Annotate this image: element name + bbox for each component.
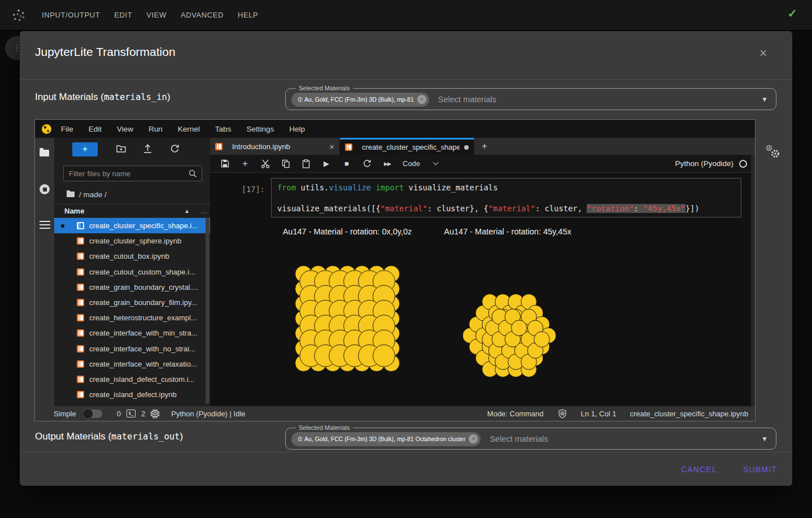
file-row[interactable]: create_island_defect.ipynb <box>54 387 210 402</box>
file-row[interactable]: create_island_defect_custom.i... <box>54 372 210 387</box>
file-row[interactable]: create_cluster_sphere.ipynb <box>54 233 210 249</box>
insert-cell-button[interactable]: + <box>240 159 250 169</box>
submit-button[interactable]: SUBMIT <box>743 465 777 474</box>
tab-active[interactable]: create_cluster_specific_shape.ipynb <box>340 138 474 155</box>
terminals-count[interactable]: 0 <box>117 410 121 418</box>
chevron-down-icon[interactable]: ▼ <box>761 95 768 103</box>
file-name: create_cutout_custom_shape.i... <box>89 268 195 276</box>
code-token: import <box>376 183 404 192</box>
notebook-file-icon <box>77 268 84 276</box>
output-material-chip[interactable]: 0: Au, Gold, FCC (Fm-3m) 3D (Bulk), mp-8… <box>291 432 481 446</box>
cut-cells-button[interactable] <box>260 159 270 169</box>
save-button[interactable] <box>220 159 230 169</box>
jupyter-body: + / made / Name <box>35 138 755 406</box>
status-check-icon: ✓ <box>787 7 797 20</box>
input-materials-label-code: materials_in <box>104 92 167 102</box>
jupyter-menu-kernel[interactable]: Kernel <box>178 125 200 133</box>
copy-cells-button[interactable] <box>281 159 291 169</box>
output-materials-label-code: materials_out <box>111 432 180 442</box>
breadcrumb[interactable]: / made / <box>67 189 107 200</box>
table-of-contents-icon[interactable] <box>40 220 50 231</box>
file-row[interactable]: create_cutout_custom_shape.i... <box>54 264 210 280</box>
trust-shield-icon[interactable] <box>557 408 567 419</box>
file-name: create_cluster_specific_shape.i... <box>89 221 198 230</box>
app-logo-icon[interactable] <box>12 9 25 21</box>
more-options-icon[interactable]: … <box>200 207 208 215</box>
interrupt-kernel-button[interactable]: ■ <box>342 159 352 169</box>
jupyter-menu-view[interactable]: View <box>117 125 133 133</box>
notebook-scrollbar[interactable] <box>751 155 755 406</box>
file-browser-icon[interactable] <box>40 147 50 158</box>
file-row[interactable]: create_cluster_specific_shape.i... <box>54 218 210 233</box>
notebook-file-icon <box>345 143 352 151</box>
chevron-down-icon[interactable]: ▼ <box>761 435 768 443</box>
jupyter-menu-file[interactable]: File <box>61 125 73 133</box>
terminal-icon[interactable]: $_ <box>126 410 136 417</box>
tab-close-icon[interactable]: × <box>329 142 334 151</box>
file-row[interactable]: create_interface_with_no_strai... <box>54 341 210 356</box>
restart-run-all-button[interactable]: ▶▶ <box>382 159 392 169</box>
running-kernels-icon[interactable] <box>40 184 50 195</box>
output-label-right: Au147 - Material - rotation: 45y,45x <box>444 227 571 236</box>
file-filter-input[interactable] <box>64 169 189 178</box>
chip-remove-icon[interactable]: × <box>417 95 426 104</box>
kernel-picker[interactable]: Python (Pyodide) <box>675 159 747 168</box>
file-row[interactable]: create_interface_with_relaxatio... <box>54 356 210 372</box>
dialog-close-icon[interactable]: × <box>759 47 767 60</box>
file-list-scrollbar[interactable] <box>206 218 209 404</box>
output-materials-placeholder[interactable]: Select materials <box>490 434 761 443</box>
file-row[interactable]: create_interface_with_min_stra... <box>54 325 210 341</box>
file-name: create_heterostructure_exampl... <box>89 314 197 322</box>
output-label-left: Au147 - Material - rotation: 0x,0y,0z <box>283 227 412 236</box>
file-row[interactable]: create_grain_boundary_film.ipy... <box>54 295 210 310</box>
new-launcher-button[interactable]: + <box>72 142 98 156</box>
code-token: utils. <box>296 183 329 192</box>
notebook-file-icon <box>77 314 84 321</box>
cursor-position[interactable]: Ln 1, Col 1 <box>581 410 617 418</box>
paste-cells-button[interactable] <box>301 159 311 169</box>
jupyter-menu-run[interactable]: Run <box>149 125 163 133</box>
input-materials-label: Input Materials (materials_in) <box>35 92 171 103</box>
jupyter-menu-edit[interactable]: Edit <box>89 125 102 133</box>
kernel-status-text[interactable]: Python (Pyodide) | Idle <box>171 410 245 418</box>
notebook-file-icon <box>77 360 84 368</box>
cluster-visualization-0deg[interactable] <box>295 265 400 372</box>
new-tab-button[interactable]: + <box>474 138 495 155</box>
appbar-menu-help[interactable]: HELP <box>238 11 258 19</box>
sort-ascending-icon: ▲ <box>184 208 190 214</box>
output-materials-select[interactable]: Selected Materials 0: Au, Gold, FCC (Fm-… <box>285 424 776 450</box>
chip-remove-icon[interactable]: × <box>469 434 478 443</box>
chevron-down-icon <box>433 160 439 166</box>
notebook-panel: Introduction.ipynb×create_cluster_specif… <box>210 138 755 406</box>
restart-kernel-button[interactable] <box>362 159 372 169</box>
upload-icon[interactable] <box>143 144 152 155</box>
simple-mode-toggle[interactable] <box>83 410 102 418</box>
appbar-menu-input-output[interactable]: INPUT/OUTPUT <box>42 11 100 19</box>
input-materials-placeholder[interactable]: Select materials <box>438 95 761 104</box>
cancel-button[interactable]: CANCEL <box>681 465 717 474</box>
command-mode-indicator[interactable]: Mode: Command <box>487 410 544 418</box>
jupyter-menu-settings[interactable]: Settings <box>246 125 274 133</box>
new-folder-icon[interactable] <box>116 144 126 155</box>
appbar-menu-view[interactable]: VIEW <box>146 11 167 19</box>
cluster-visualization-45deg[interactable] <box>463 293 556 378</box>
cell-type-select[interactable]: Code <box>403 159 438 168</box>
run-cell-button[interactable]: ▶ <box>321 159 331 169</box>
input-material-chip[interactable]: 0: Au, Gold, FCC (Fm-3m) 3D (Bulk), mp-8… <box>291 93 429 107</box>
input-materials-select[interactable]: Selected Materials 0: Au, Gold, FCC (Fm-… <box>285 85 776 110</box>
jupyter-menu-tabs[interactable]: Tabs <box>215 125 232 133</box>
cpu-kernel-icon[interactable] <box>150 408 160 419</box>
file-row[interactable]: create_heterostructure_exampl... <box>54 310 210 325</box>
kernels-count[interactable]: 2 <box>141 410 145 418</box>
code-cell-editor[interactable]: from utils.visualize import visualize_ma… <box>271 178 741 217</box>
jupyter-menu-help[interactable]: Help <box>289 125 305 133</box>
refresh-icon[interactable] <box>170 144 180 156</box>
tab-inactive[interactable]: Introduction.ipynb× <box>210 138 340 155</box>
file-row[interactable]: create_grain_boundary_crystal.... <box>54 280 210 295</box>
settings-gears-icon[interactable] <box>764 144 783 163</box>
appbar-menu-advanced[interactable]: ADVANCED <box>181 11 224 19</box>
file-list-header[interactable]: Name ▲ … <box>54 204 210 218</box>
appbar-menu-edit[interactable]: EDIT <box>114 11 132 19</box>
kernel-status-icon <box>739 160 747 168</box>
file-row[interactable]: create_cutout_box.ipynb <box>54 249 210 264</box>
